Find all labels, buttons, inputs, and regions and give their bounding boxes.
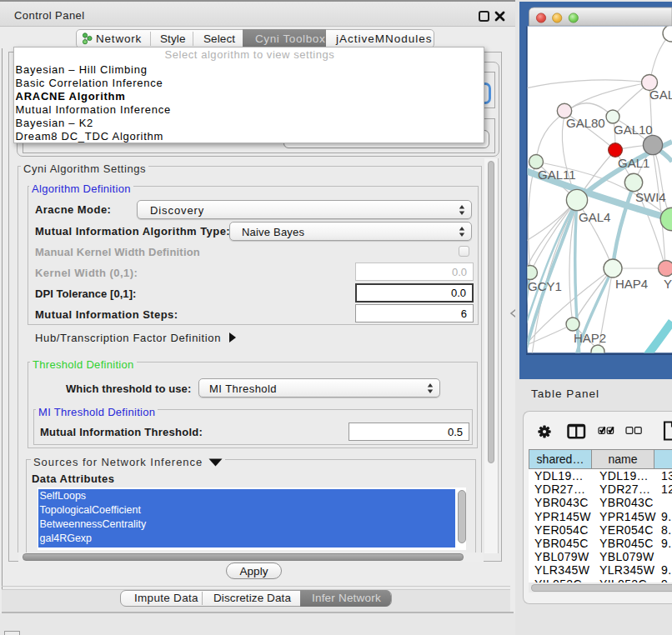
- svg-text:HAP2: HAP2: [574, 331, 606, 345]
- svg-text:GAL4: GAL4: [579, 210, 610, 224]
- svg-text:GAL7: GAL7: [649, 88, 672, 102]
- svg-text:SWI4: SWI4: [635, 190, 666, 204]
- svg-text:HAP4: HAP4: [615, 277, 648, 291]
- svg-text:GAL11: GAL11: [538, 168, 576, 182]
- svg-text:GCY1: GCY1: [528, 279, 562, 293]
- svg-text:GAL1: GAL1: [618, 156, 649, 170]
- svg-text:Y: Y: [664, 277, 672, 291]
- svg-text:GAL80: GAL80: [566, 116, 605, 130]
- svg-text:GAL10: GAL10: [614, 122, 653, 137]
